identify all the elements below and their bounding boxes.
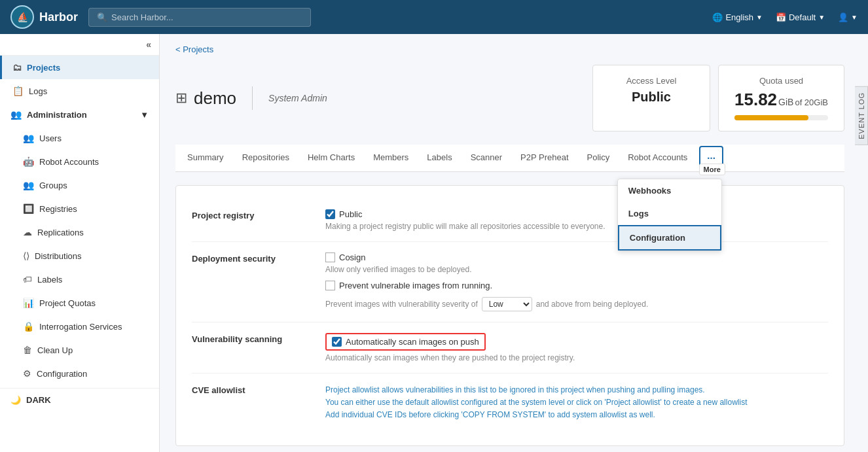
search-placeholder: Search Harbor...	[111, 12, 173, 22]
default-chevron-icon: ▼	[818, 14, 825, 21]
tab-repositories[interactable]: Repositories	[233, 145, 298, 171]
cosign-label: Cosign	[339, 252, 365, 262]
project-name: demo	[194, 88, 236, 109]
logo-icon: ⛵	[10, 5, 34, 29]
project-registry-content: Public Making a project registry public …	[325, 209, 828, 231]
sidebar-cleanup-label: Clean Up	[37, 345, 73, 355]
sidebar-item-projects-label: Projects	[27, 63, 60, 73]
project-title: ⊞ demo	[175, 88, 236, 109]
sidebar-item-users[interactable]: 👥 Users	[0, 126, 159, 150]
prevent-checkbox[interactable]	[325, 281, 335, 290]
main-content: EVENT LOG < Projects ⊞ demo System Admin…	[160, 34, 868, 452]
quota-used: 15.82	[734, 90, 777, 110]
severity-suffix: and above from being deployed.	[536, 300, 648, 309]
tab-helm-charts[interactable]: Helm Charts	[298, 145, 364, 171]
dark-mode-toggle[interactable]: 🌙 DARK	[0, 388, 159, 411]
tab-members[interactable]: Members	[364, 145, 418, 171]
project-role: System Admin	[268, 93, 327, 103]
tab-summary[interactable]: Summary	[178, 145, 233, 171]
access-level-label: Access Level	[609, 76, 694, 86]
user-chevron-icon: ▼	[851, 14, 858, 21]
tab-policy[interactable]: Policy	[578, 145, 619, 171]
sidebar-item-robot-accounts[interactable]: 🤖 Robot Accounts	[0, 150, 159, 173]
tab-p2p-preheat[interactable]: P2P Preheat	[511, 145, 577, 171]
tab-scanner[interactable]: Scanner	[461, 145, 511, 171]
search-icon: 🔍	[97, 12, 107, 22]
configuration-form: Project registry Public Making a project…	[175, 185, 844, 446]
project-icon: ⊞	[175, 90, 187, 107]
deployment-security-content: Cosign Allow only verified images to be …	[325, 252, 828, 311]
labels-icon: 🏷	[23, 274, 32, 285]
cleanup-icon: 🗑	[23, 345, 32, 355]
sidebar-distributions-label: Distributions	[35, 251, 82, 261]
access-level-card: Access Level Public	[592, 65, 710, 131]
config-icon: ⚙	[23, 368, 31, 379]
breadcrumb[interactable]: < Projects	[175, 44, 844, 54]
tab-robot-accounts[interactable]: Robot Accounts	[619, 145, 696, 171]
quota-value: 15.82 GiB of 20GiB	[734, 90, 828, 110]
default-selector[interactable]: 📅 Default ▼	[776, 12, 825, 22]
dropdown-item-webhooks[interactable]: Webhooks	[618, 179, 721, 202]
top-navigation: ⛵ Harbor 🔍 Search Harbor... 🌐 English ▼ …	[0, 0, 868, 34]
sidebar-item-groups[interactable]: 👥 Groups	[0, 173, 159, 197]
user-menu[interactable]: 👤 ▼	[838, 12, 858, 22]
language-selector[interactable]: 🌐 English ▼	[712, 12, 763, 22]
severity-row: Prevent images with vulnerability severi…	[325, 297, 828, 311]
cve-line3: Add individual CVE IDs before clicking '…	[325, 409, 828, 421]
project-divider	[252, 86, 253, 110]
sidebar-item-distributions[interactable]: ⟨⟩ Distributions	[0, 244, 159, 268]
collapse-icon[interactable]: «	[146, 39, 151, 50]
projects-icon: 🗂	[12, 62, 22, 73]
interrogation-icon: 🔒	[23, 321, 34, 332]
dropdown-item-configuration[interactable]: Configuration	[618, 225, 721, 251]
sidebar-item-labels[interactable]: 🏷 Labels	[0, 268, 159, 291]
cve-allowlist-label: CVE allowlist	[192, 384, 310, 395]
sidebar-section-administration[interactable]: 👥 Administration ▼	[0, 103, 159, 126]
sidebar-item-logs[interactable]: 📋 Logs	[0, 79, 159, 103]
calendar-icon: 📅	[776, 12, 786, 22]
more-dropdown: More Webhooks Logs Configuration	[617, 179, 722, 251]
cve-allowlist-row: CVE allowlist Project allowlist allows v…	[192, 374, 828, 432]
sidebar-item-clean-up[interactable]: 🗑 Clean Up	[0, 338, 159, 362]
prevent-prefix: Prevent images with vulnerability severi…	[325, 300, 478, 309]
tab-labels[interactable]: Labels	[418, 145, 461, 171]
auto-scan-wrap: Automatically scan images on push	[325, 333, 486, 351]
admin-chevron-icon: ▼	[140, 110, 149, 120]
main-layout: « 🗂 Projects 📋 Logs 👥 Administration ▼ 👥…	[0, 34, 868, 452]
registries-icon: 🔲	[23, 203, 34, 214]
sidebar-item-configuration[interactable]: ⚙ Configuration	[0, 362, 159, 385]
cosign-checkbox[interactable]	[325, 252, 335, 262]
severity-dropdown[interactable]: Low Medium High Critical	[482, 297, 532, 311]
sidebar-registries-label: Registries	[39, 204, 77, 214]
tab-more-button[interactable]: ··· More Webhooks Logs Configuration	[699, 146, 723, 170]
sidebar-quotas-label: Project Quotas	[39, 298, 96, 308]
sidebar-item-projects[interactable]: 🗂 Projects	[0, 56, 159, 79]
sidebar-item-registries[interactable]: 🔲 Registries	[0, 197, 159, 220]
cosign-row: Cosign	[325, 252, 828, 262]
dropdown-item-logs[interactable]: Logs	[618, 202, 721, 225]
sidebar-collapse[interactable]: «	[0, 34, 159, 56]
language-label: English	[725, 12, 753, 22]
sidebar-labels-label: Labels	[37, 275, 62, 285]
distributions-icon: ⟨⟩	[23, 251, 29, 261]
sidebar-item-replications[interactable]: ☁ Replications	[0, 220, 159, 244]
project-registry-row: Project registry Public Making a project…	[192, 199, 828, 242]
user-icon: 👤	[838, 12, 848, 22]
logs-icon: 📋	[12, 86, 24, 96]
sidebar-item-interrogation-services[interactable]: 🔒 Interrogation Services	[0, 315, 159, 338]
event-log-tab[interactable]: EVENT LOG	[855, 86, 868, 145]
sidebar-item-project-quotas[interactable]: 📊 Project Quotas	[0, 291, 159, 315]
access-level-value: Public	[609, 90, 694, 105]
sidebar-admin-label: Administration	[27, 110, 87, 120]
app-logo[interactable]: ⛵ Harbor	[10, 5, 78, 29]
quota-bar	[734, 115, 808, 120]
replications-icon: ☁	[23, 227, 32, 237]
search-bar[interactable]: 🔍 Search Harbor...	[88, 8, 311, 27]
project-registry-label: Project registry	[192, 209, 310, 220]
sidebar-replications-label: Replications	[37, 228, 84, 237]
cosign-help: Allow only verified images to be deploye…	[325, 265, 828, 274]
auto-scan-checkbox[interactable]	[332, 337, 342, 347]
public-checkbox[interactable]	[325, 209, 335, 219]
auto-scan-help: Automatically scan images when they are …	[325, 353, 828, 362]
cve-line1: Project allowlist allows vulnerabilities…	[325, 384, 828, 396]
